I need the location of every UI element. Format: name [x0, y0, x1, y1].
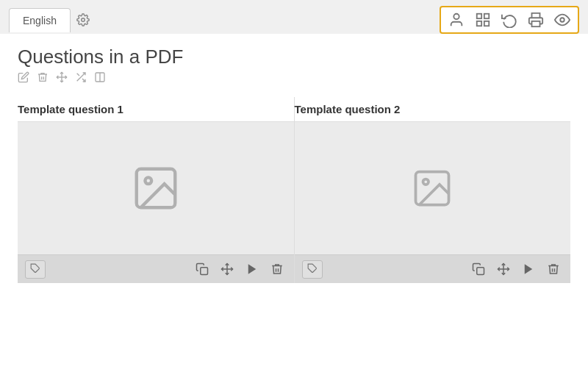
svg-rect-18: [200, 268, 207, 275]
delete-title-button[interactable]: [37, 71, 49, 85]
svg-point-23: [423, 179, 429, 185]
eye-icon-button[interactable]: [553, 10, 572, 29]
grid-icon-button[interactable]: [473, 10, 492, 29]
svg-rect-5: [484, 21, 489, 26]
question-card-1: [18, 122, 294, 283]
card-toolbar-1: [18, 254, 294, 283]
image-icon-1: [130, 162, 182, 214]
user-icon-button[interactable]: [447, 10, 466, 29]
svg-rect-6: [532, 21, 540, 26]
image-placeholder-2: [295, 122, 571, 254]
svg-marker-21: [248, 264, 256, 274]
svg-point-7: [560, 18, 564, 22]
tag-button-1[interactable]: [25, 260, 46, 279]
top-bar: English: [0, 0, 588, 34]
delete-button-1[interactable]: [268, 260, 287, 279]
image-placeholder-1: [18, 122, 294, 254]
svg-point-0: [82, 18, 85, 21]
question-col-2: Template question 2: [295, 97, 571, 283]
delete-button-2[interactable]: [544, 260, 563, 279]
svg-rect-4: [477, 21, 481, 26]
toolbar-icons: [440, 6, 579, 34]
title-actions: [18, 71, 570, 85]
page-title: Questions in a PDF: [18, 46, 570, 68]
svg-rect-25: [477, 268, 484, 275]
image-icon-2: [410, 166, 454, 210]
tag-button-2[interactable]: [302, 260, 323, 279]
shuffle-title-button[interactable]: [75, 71, 87, 85]
move-title-button[interactable]: [56, 71, 68, 85]
svg-rect-2: [477, 14, 481, 18]
question-header-2: Template question 2: [295, 97, 571, 122]
card-toolbar-2: [295, 254, 571, 283]
tab-english[interactable]: English: [9, 8, 71, 32]
undo-icon-button[interactable]: [500, 10, 519, 29]
tab-settings-button[interactable]: [71, 10, 96, 32]
svg-point-1: [453, 14, 459, 19]
question-header-1: Template question 1: [18, 97, 294, 122]
edit-title-button[interactable]: [18, 71, 29, 85]
play-button-1[interactable]: [243, 260, 262, 279]
svg-marker-28: [525, 264, 533, 274]
questions-grid: Template question 1: [18, 97, 570, 283]
columns-title-button[interactable]: [94, 71, 106, 85]
print-icon-button[interactable]: [526, 10, 545, 29]
svg-point-16: [145, 177, 151, 184]
copy-button-2[interactable]: [469, 260, 488, 279]
question-card-2: [295, 122, 571, 283]
svg-rect-3: [484, 14, 489, 18]
question-col-1: Template question 1: [18, 97, 295, 283]
tabs-area: English: [9, 8, 96, 32]
content-area: Questions in a PDF: [0, 34, 588, 386]
main-container: English: [0, 0, 588, 386]
play-button-2[interactable]: [519, 260, 538, 279]
move-button-2[interactable]: [494, 260, 513, 279]
svg-line-12: [77, 74, 79, 76]
move-button-1[interactable]: [218, 260, 237, 279]
copy-button-1[interactable]: [193, 260, 212, 279]
